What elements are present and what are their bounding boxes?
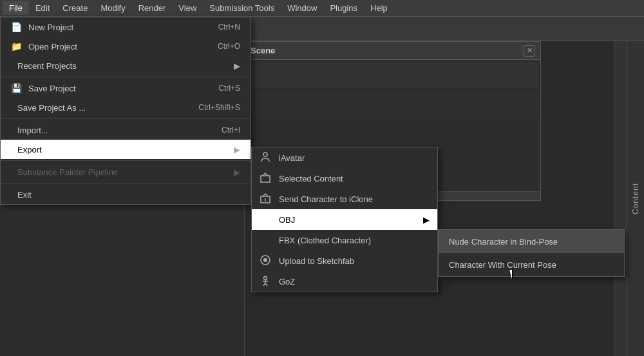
menu-view[interactable]: View bbox=[172, 1, 203, 15]
menu-plugins[interactable]: Plugins bbox=[323, 1, 364, 15]
sketchfab-label: Upload to Sketchfab bbox=[279, 256, 354, 266]
scene-row-1 bbox=[248, 62, 538, 88]
new-project-shortcut: Ctrl+N bbox=[218, 23, 240, 32]
svg-rect-12 bbox=[261, 176, 270, 182]
menu-bar: File Edit Create Modify Render View Subm… bbox=[0, 0, 644, 17]
file-recent-projects[interactable]: Recent Projects ▶ bbox=[1, 56, 251, 75]
recent-projects-label: Recent Projects bbox=[17, 61, 77, 71]
file-import[interactable]: Import... Ctrl+I bbox=[1, 120, 251, 140]
sketchfab-icon bbox=[260, 254, 274, 268]
send-iclone-label: Send Character to iClone bbox=[279, 194, 373, 204]
export-send-iclone[interactable]: Send Character to iClone bbox=[252, 189, 437, 209]
selected-content-label: Selected Content bbox=[279, 174, 343, 183]
menu-modify[interactable]: Modify bbox=[94, 1, 131, 15]
send-iclone-icon bbox=[260, 192, 274, 206]
import-label: Import... bbox=[17, 126, 48, 135]
export-submenu: iAvatar Selected Content Send Character … bbox=[251, 147, 438, 292]
file-save-project-as[interactable]: Save Project As ... Ctrl+Shift+S bbox=[1, 98, 251, 117]
substance-label: Substance Painter Pipeline bbox=[17, 167, 118, 177]
file-new-project[interactable]: 📄 New Project Ctrl+N bbox=[1, 17, 251, 37]
nude-bind-pose-label: Nude Character in Bind-Pose bbox=[449, 237, 558, 247]
open-project-label: Open Project bbox=[28, 42, 77, 52]
export-goz[interactable]: GoZ bbox=[252, 271, 437, 292]
right-scrollbar[interactable] bbox=[614, 41, 626, 356]
export-fbx[interactable]: FBX (Clothed Character) bbox=[252, 230, 437, 250]
file-open-project[interactable]: 📁 Open Project Ctrl+O bbox=[1, 37, 251, 56]
menu-help[interactable]: Help bbox=[364, 1, 394, 15]
menu-submission-tools[interactable]: Submission Tools bbox=[203, 1, 281, 15]
substance-chevron: ▶ bbox=[234, 167, 240, 177]
import-shortcut: Ctrl+I bbox=[222, 126, 240, 135]
exit-label: Exit bbox=[17, 190, 32, 200]
scene-row-3 bbox=[248, 105, 538, 118]
menu-render[interactable]: Render bbox=[132, 1, 173, 15]
obj-nude-bind-pose[interactable]: Nude Character in Bind-Pose bbox=[439, 230, 624, 253]
export-chevron: ▶ bbox=[234, 145, 240, 155]
scene-row-2 bbox=[248, 91, 538, 104]
file-save-project[interactable]: 💾 Save Project Ctrl+S bbox=[1, 79, 251, 98]
save-project-as-label: Save Project As ... bbox=[17, 103, 86, 113]
obj-chevron: ▶ bbox=[423, 215, 430, 225]
separator-3 bbox=[1, 160, 251, 161]
iavatar-label: iAvatar bbox=[279, 153, 305, 163]
iavatar-icon bbox=[260, 151, 274, 165]
save-project-as-shortcut: Ctrl+Shift+S bbox=[198, 103, 240, 112]
export-selected-content[interactable]: Selected Content bbox=[252, 168, 437, 189]
export-iavatar[interactable]: iAvatar bbox=[252, 147, 437, 168]
open-folder-icon: 📁 bbox=[11, 41, 22, 52]
export-sketchfab[interactable]: Upload to Sketchfab bbox=[252, 250, 437, 271]
save-project-label: Save Project bbox=[28, 84, 76, 93]
export-label: Export bbox=[17, 145, 42, 155]
scene-panel-close-button[interactable]: ✕ bbox=[524, 45, 535, 57]
open-project-shortcut: Ctrl+O bbox=[218, 42, 240, 51]
separator-2 bbox=[1, 118, 251, 119]
menu-window[interactable]: Window bbox=[281, 1, 323, 15]
svg-line-21 bbox=[265, 283, 267, 286]
separator-1 bbox=[1, 77, 251, 77]
svg-point-17 bbox=[264, 276, 267, 279]
export-obj[interactable]: OBJ ▶ bbox=[252, 209, 437, 230]
menu-file[interactable]: File bbox=[3, 1, 29, 15]
svg-point-11 bbox=[263, 153, 267, 156]
separator-4 bbox=[1, 183, 251, 183]
content-sidebar: Content bbox=[626, 41, 644, 356]
goz-label: GoZ bbox=[279, 277, 295, 286]
file-substance-painter: Substance Painter Pipeline ▶ bbox=[1, 162, 251, 182]
recent-projects-chevron: ▶ bbox=[234, 61, 240, 71]
svg-point-16 bbox=[263, 258, 267, 262]
file-dropdown-menu: 📄 New Project Ctrl+N 📁 Open Project Ctrl… bbox=[0, 17, 251, 205]
scene-panel-header: Scene ✕ bbox=[245, 42, 540, 60]
fbx-label: FBX (Clothed Character) bbox=[279, 236, 371, 245]
content-sidebar-label: Content bbox=[631, 183, 640, 214]
file-exit[interactable]: Exit bbox=[1, 185, 251, 204]
scene-panel-title: Scene bbox=[251, 46, 275, 55]
menu-create[interactable]: Create bbox=[56, 1, 94, 15]
goz-icon bbox=[260, 275, 274, 288]
save-project-shortcut: Ctrl+S bbox=[218, 84, 240, 93]
new-project-label: New Project bbox=[28, 23, 73, 32]
file-export[interactable]: Export ▶ bbox=[1, 140, 251, 159]
menu-edit[interactable]: Edit bbox=[29, 1, 56, 15]
save-icon: 💾 bbox=[11, 83, 22, 93]
obj-submenu: Nude Character in Bind-Pose Character Wi… bbox=[438, 229, 625, 277]
selected-content-icon bbox=[260, 172, 274, 185]
obj-label: OBJ bbox=[279, 215, 295, 225]
current-pose-label: Character With Current Pose bbox=[449, 260, 556, 270]
obj-current-pose[interactable]: Character With Current Pose bbox=[439, 253, 624, 276]
new-file-icon: 📄 bbox=[11, 22, 22, 32]
